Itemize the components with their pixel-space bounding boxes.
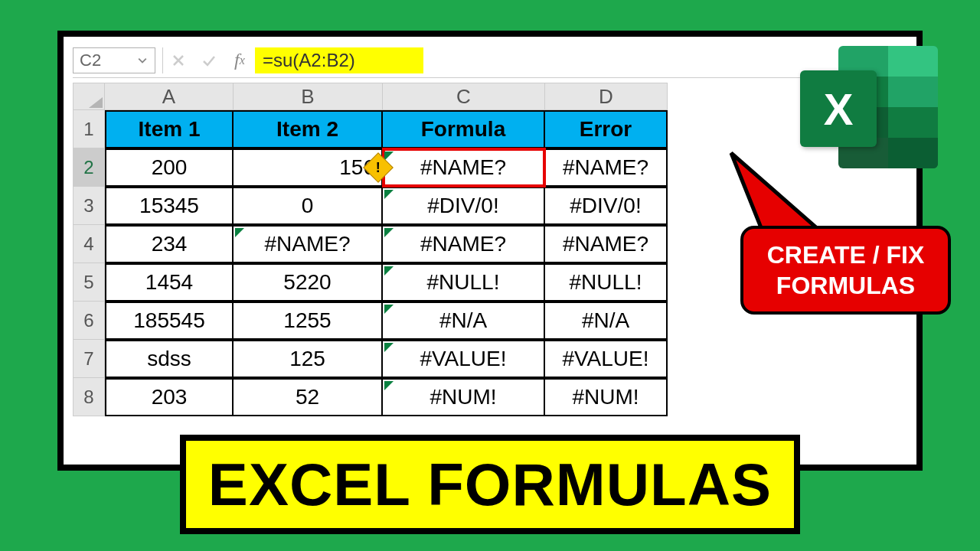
cell-B1[interactable]: Item 2 xyxy=(234,110,383,148)
cell-C8[interactable]: #NUM! xyxy=(383,378,545,416)
cell-D6[interactable]: #N/A xyxy=(545,302,668,340)
cell-D7[interactable]: #VALUE! xyxy=(545,340,668,378)
cell-A1[interactable]: Item 1 xyxy=(105,110,234,148)
cell-D1[interactable]: Error xyxy=(545,110,668,148)
cell-C3[interactable]: #DIV/0! xyxy=(383,187,545,225)
cell-D3[interactable]: #DIV/0! xyxy=(545,187,668,225)
formula-bar-input[interactable]: =su(A2:B2) xyxy=(255,47,423,73)
row-header-2[interactable]: 2 xyxy=(73,148,105,187)
cell-B8[interactable]: 52 xyxy=(234,378,383,416)
divider xyxy=(155,47,163,73)
cell-B2[interactable]: 156 xyxy=(234,148,383,187)
cell-B4[interactable]: #NAME? xyxy=(234,225,383,263)
column-headers: A B C D xyxy=(73,83,907,110)
callout-line1: CREATE / FIX xyxy=(757,240,934,270)
insert-function-icon[interactable]: fx xyxy=(224,50,255,70)
callout-line2: FORMULAS xyxy=(757,270,934,301)
table-row: 7 sdss 125 #VALUE! #VALUE! xyxy=(73,340,907,378)
cell-A2[interactable]: 200 xyxy=(105,148,234,187)
cell-C5[interactable]: #NULL! xyxy=(383,263,545,302)
row-header-7[interactable]: 7 xyxy=(73,340,105,378)
cell-C2[interactable]: ! #NAME? xyxy=(383,148,545,187)
cell-C4[interactable]: #NAME? xyxy=(383,225,545,263)
excel-logo-letter: X xyxy=(824,83,854,135)
row-header-1[interactable]: 1 xyxy=(73,110,105,148)
row-header-6[interactable]: 6 xyxy=(73,302,105,340)
cell-C7[interactable]: #VALUE! xyxy=(383,340,545,378)
cell-B6[interactable]: 1255 xyxy=(234,302,383,340)
cell-A6[interactable]: 185545 xyxy=(105,302,234,340)
column-header-D[interactable]: D xyxy=(545,83,668,110)
cell-D5[interactable]: #NULL! xyxy=(545,263,668,302)
cell-C6[interactable]: #N/A xyxy=(383,302,545,340)
row-header-3[interactable]: 3 xyxy=(73,187,105,225)
cell-B5[interactable]: 5220 xyxy=(234,263,383,302)
chevron-down-icon[interactable] xyxy=(135,53,150,68)
banner-text: EXCEL FORMULAS xyxy=(208,450,772,520)
table-row: 8 203 52 #NUM! #NUM! xyxy=(73,378,907,416)
formula-text: =su(A2:B2) xyxy=(263,50,355,71)
cell-B3[interactable]: 0 xyxy=(234,187,383,225)
row-header-8[interactable]: 8 xyxy=(73,378,105,416)
cell-A7[interactable]: sdss xyxy=(105,340,234,378)
cell-A8[interactable]: 203 xyxy=(105,378,234,416)
select-all-corner[interactable] xyxy=(73,83,105,110)
name-box[interactable]: C2 xyxy=(73,47,155,73)
cell-A4[interactable]: 234 xyxy=(105,225,234,263)
row-header-4[interactable]: 4 xyxy=(73,225,105,263)
table-row: 1 Item 1 Item 2 Formula Error xyxy=(73,110,907,148)
cell-value: #NAME? xyxy=(420,155,506,180)
cell-D4[interactable]: #NAME? xyxy=(545,225,668,263)
formula-bar: C2 fx =su(A2:B2) xyxy=(73,43,907,78)
callout-bubble: CREATE / FIX FORMULAS xyxy=(740,226,951,315)
cell-A5[interactable]: 1454 xyxy=(105,263,234,302)
title-banner: EXCEL FORMULAS xyxy=(180,435,800,534)
column-header-C[interactable]: C xyxy=(383,83,545,110)
cell-A3[interactable]: 15345 xyxy=(105,187,234,225)
cell-C1[interactable]: Formula xyxy=(383,110,545,148)
enter-icon[interactable] xyxy=(194,47,224,73)
name-box-value: C2 xyxy=(80,51,101,70)
callout-box: CREATE / FIX FORMULAS xyxy=(740,226,951,315)
column-header-B[interactable]: B xyxy=(234,83,383,110)
cell-D2[interactable]: #NAME? xyxy=(545,148,668,187)
cell-B7[interactable]: 125 xyxy=(234,340,383,378)
row-header-5[interactable]: 5 xyxy=(73,263,105,302)
cancel-icon[interactable] xyxy=(163,47,194,73)
column-header-A[interactable]: A xyxy=(105,83,234,110)
cell-D8[interactable]: #NUM! xyxy=(545,378,668,416)
